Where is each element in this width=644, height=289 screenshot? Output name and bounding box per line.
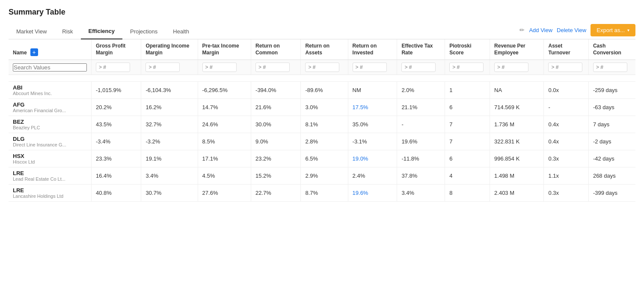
chevron-down-icon: ▾ [627,28,629,33]
column-header-row: Name + Gross Profit Margin Operating Inc… [9,39,635,60]
cell-piotroski-5: 4 [445,167,490,185]
cell-revenue-employee-3: 322.831 K [490,133,544,150]
table-row: DLG Direct Line Insurance G... -3.4% -3.… [9,133,635,150]
filter-pretax-income [198,60,251,75]
cell-name-2: BEZ Beazley PLC [9,116,92,133]
cell-cash-conversion-6: -399 days [588,185,635,202]
cell-return-invested-2: 35.0% [348,116,397,133]
cell-return-assets-3: 2.8% [301,133,348,150]
tab-market-view[interactable]: Market View [9,24,54,39]
th-cash-conversion: Cash Conversion [588,39,635,60]
cell-asset-turnover-4: 0.3x [544,150,588,167]
cell-return-common-1: 21.6% [251,99,301,116]
cell-tax-rate-6: 3.4% [397,185,445,202]
filter-tax-rate [397,60,445,75]
th-return-on-assets: Return on Assets [301,39,348,60]
filter-operating-income-input[interactable] [145,63,180,72]
cell-operating-income-6: 30.7% [141,185,198,202]
cell-operating-income-0: -6,104.3% [141,82,198,99]
filter-pretax-income-input[interactable] [202,63,237,72]
cell-tax-rate-3: 19.6% [397,133,445,150]
table-row: LRE Lead Real Estate Co Lt... 16.4% 3.4%… [9,167,635,185]
delete-view-button[interactable]: Delete View [557,27,586,33]
filter-return-common-input[interactable] [255,63,290,72]
cell-name-0: ABI Abcourt Mines Inc. [9,82,92,99]
filter-return-invested [348,60,397,75]
tab-efficiency[interactable]: Efficiency [81,24,122,39]
cell-return-invested-4: 19.0% [348,150,397,167]
th-piotroski-score: Piotroski Score [445,39,490,60]
cell-asset-turnover-1: - [544,99,588,116]
table-row: HSX Hiscox Ltd 23.3% 19.1% 17.1% 23.2% 6… [9,150,635,167]
cell-operating-income-2: 32.7% [141,116,198,133]
cell-tax-rate-5: 37.8% [397,167,445,185]
cell-revenue-employee-1: 714.569 K [490,99,544,116]
tab-projections[interactable]: Projections [122,24,165,39]
search-input[interactable] [13,63,87,72]
cell-revenue-employee-0: NA [490,82,544,99]
cell-return-assets-4: 6.5% [301,150,348,167]
cell-pretax-income-3: 8.5% [198,133,251,150]
filter-return-invested-input[interactable] [353,63,387,72]
tab-actions: ✏ Add View Delete View Export as... ▾ [519,24,635,39]
cell-tax-rate-0: 2.0% [397,82,445,99]
cell-asset-turnover-5: 1.1x [544,167,588,185]
filter-asset-turnover [544,60,588,75]
filter-cash-conversion-input[interactable] [593,63,627,72]
cell-gross-profit-2: 43.5% [92,116,141,133]
cell-cash-conversion-4: -42 days [588,150,635,167]
cell-asset-turnover-3: 0.4x [544,133,588,150]
cell-name-6: LRE Lancashire Holdings Ltd [9,185,92,202]
cell-asset-turnover-0: 0.0x [544,82,588,99]
filter-piotroski [445,60,490,75]
export-button[interactable]: Export as... ▾ [591,24,635,36]
th-return-on-common: Return on Common [251,39,301,60]
cell-pretax-income-0: -6,296.5% [198,82,251,99]
spacer-row [9,75,635,82]
cell-return-common-3: 9.0% [251,133,301,150]
th-operating-income-margin: Operating Income Margin [141,39,198,60]
cell-cash-conversion-0: -259 days [588,82,635,99]
cell-return-invested-5: 2.4% [348,167,397,185]
cell-gross-profit-4: 23.3% [92,150,141,167]
cell-tax-rate-2: - [397,116,445,133]
cell-gross-profit-3: -3.4% [92,133,141,150]
table-row: ABI Abcourt Mines Inc. -1,015.9% -6,104.… [9,82,635,99]
filter-revenue-employee [490,60,544,75]
add-view-button[interactable]: Add View [529,27,552,33]
filter-cash-conversion [588,60,635,75]
cell-asset-turnover-2: 0.4x [544,116,588,133]
cell-return-common-6: 22.7% [251,185,301,202]
filter-gross-profit-input[interactable] [96,63,130,72]
filter-piotroski-input[interactable] [449,63,484,72]
cell-gross-profit-6: 40.8% [92,185,141,202]
tab-risk[interactable]: Risk [54,24,80,39]
tab-health[interactable]: Health [165,24,197,39]
filter-tax-rate-input[interactable] [401,63,436,72]
cell-return-invested-3: -3.1% [348,133,397,150]
add-column-button[interactable]: + [30,48,38,56]
edit-icon[interactable]: ✏ [519,27,525,33]
cell-return-invested-1: 17.5% [348,99,397,116]
th-revenue-per-employee: Revenue Per Employee [490,39,544,60]
search-name-cell [9,60,92,75]
cell-gross-profit-0: -1,015.9% [92,82,141,99]
filter-revenue-employee-input[interactable] [494,63,528,72]
cell-piotroski-3: 7 [445,133,490,150]
summary-table: Name + Gross Profit Margin Operating Inc… [9,39,635,202]
cell-return-common-2: 30.0% [251,116,301,133]
cell-gross-profit-1: 20.2% [92,99,141,116]
search-filter-row [9,60,635,75]
filter-return-assets-input[interactable] [305,63,339,72]
th-return-on-invested: Return on Invested [348,39,397,60]
cell-name-5: LRE Lead Real Estate Co Lt... [9,167,92,185]
cell-revenue-employee-6: 2.403 M [490,185,544,202]
cell-return-assets-2: 8.1% [301,116,348,133]
filter-return-assets [301,60,348,75]
cell-revenue-employee-5: 1.498 M [490,167,544,185]
cell-operating-income-1: 16.2% [141,99,198,116]
filter-asset-turnover-input[interactable] [548,63,582,72]
cell-pretax-income-2: 24.6% [198,116,251,133]
cell-name-1: AFG American Financial Gro... [9,99,92,116]
cell-return-assets-5: 2.9% [301,167,348,185]
